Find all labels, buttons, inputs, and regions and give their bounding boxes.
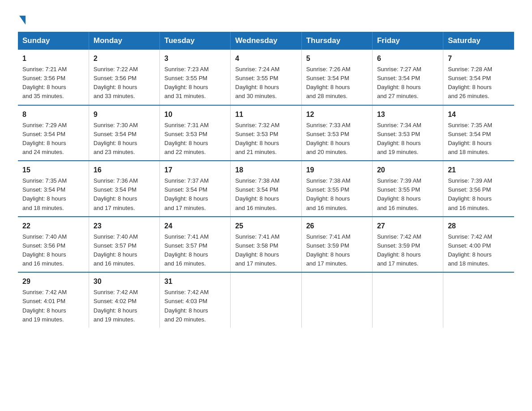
calendar-cell [372, 272, 443, 328]
day-info: Sunrise: 7:32 AM Sunset: 3:53 PM Dayligh… [235, 121, 296, 157]
day-number: 14 [448, 109, 510, 120]
day-number: 24 [164, 221, 226, 231]
day-info: Sunrise: 7:31 AM Sunset: 3:53 PM Dayligh… [164, 121, 226, 157]
calendar-cell: 22Sunrise: 7:40 AM Sunset: 3:56 PM Dayli… [18, 217, 89, 273]
day-number: 10 [164, 109, 226, 120]
day-number: 31 [164, 276, 226, 287]
day-info: Sunrise: 7:34 AM Sunset: 3:53 PM Dayligh… [377, 121, 438, 157]
day-number: 16 [94, 165, 155, 176]
calendar-cell: 19Sunrise: 7:38 AM Sunset: 3:55 PM Dayli… [301, 161, 372, 217]
calendar-cell: 9Sunrise: 7:30 AM Sunset: 3:54 PM Daylig… [89, 105, 159, 161]
day-info: Sunrise: 7:40 AM Sunset: 3:56 PM Dayligh… [22, 232, 84, 269]
day-number: 8 [22, 109, 84, 120]
day-info: Sunrise: 7:33 AM Sunset: 3:53 PM Dayligh… [306, 121, 368, 157]
day-info: Sunrise: 7:27 AM Sunset: 3:54 PM Dayligh… [377, 65, 438, 101]
day-number: 4 [235, 53, 296, 64]
day-number: 5 [306, 53, 368, 64]
day-info: Sunrise: 7:35 AM Sunset: 3:54 PM Dayligh… [448, 121, 510, 157]
day-info: Sunrise: 7:37 AM Sunset: 3:54 PM Dayligh… [164, 176, 226, 213]
day-info: Sunrise: 7:36 AM Sunset: 3:54 PM Dayligh… [94, 176, 155, 213]
calendar-cell: 26Sunrise: 7:41 AM Sunset: 3:59 PM Dayli… [301, 217, 372, 273]
day-number: 9 [94, 109, 155, 120]
calendar-cell: 11Sunrise: 7:32 AM Sunset: 3:53 PM Dayli… [231, 105, 301, 161]
calendar-cell: 15Sunrise: 7:35 AM Sunset: 3:54 PM Dayli… [18, 161, 89, 217]
header-cell-tuesday: Tuesday [160, 32, 231, 50]
day-info: Sunrise: 7:42 AM Sunset: 4:01 PM Dayligh… [22, 288, 84, 324]
day-info: Sunrise: 7:35 AM Sunset: 3:54 PM Dayligh… [22, 176, 84, 213]
calendar-cell [301, 272, 372, 328]
day-number: 15 [22, 165, 84, 176]
calendar-cell: 27Sunrise: 7:42 AM Sunset: 3:59 PM Dayli… [372, 217, 443, 273]
day-info: Sunrise: 7:42 AM Sunset: 4:02 PM Dayligh… [94, 288, 155, 324]
day-info: Sunrise: 7:41 AM Sunset: 3:58 PM Dayligh… [235, 232, 296, 269]
day-info: Sunrise: 7:22 AM Sunset: 3:56 PM Dayligh… [94, 65, 155, 101]
day-info: Sunrise: 7:23 AM Sunset: 3:55 PM Dayligh… [164, 65, 226, 101]
calendar-cell: 6Sunrise: 7:27 AM Sunset: 3:54 PM Daylig… [372, 50, 443, 105]
day-info: Sunrise: 7:21 AM Sunset: 3:56 PM Dayligh… [22, 65, 84, 101]
calendar-week-row: 8Sunrise: 7:29 AM Sunset: 3:54 PM Daylig… [18, 105, 514, 161]
day-number: 19 [306, 165, 368, 176]
day-info: Sunrise: 7:42 AM Sunset: 3:59 PM Dayligh… [377, 232, 438, 269]
header-cell-monday: Monday [89, 32, 159, 50]
calendar-cell: 1Sunrise: 7:21 AM Sunset: 3:56 PM Daylig… [18, 50, 89, 105]
day-info: Sunrise: 7:24 AM Sunset: 3:55 PM Dayligh… [235, 65, 296, 101]
day-info: Sunrise: 7:42 AM Sunset: 4:03 PM Dayligh… [164, 288, 226, 324]
calendar-cell: 18Sunrise: 7:38 AM Sunset: 3:54 PM Dayli… [231, 161, 301, 217]
calendar-week-row: 22Sunrise: 7:40 AM Sunset: 3:56 PM Dayli… [18, 217, 514, 273]
calendar-cell: 24Sunrise: 7:41 AM Sunset: 3:57 PM Dayli… [160, 217, 231, 273]
day-number: 29 [22, 276, 84, 287]
day-info: Sunrise: 7:41 AM Sunset: 3:59 PM Dayligh… [306, 232, 368, 269]
calendar-week-row: 15Sunrise: 7:35 AM Sunset: 3:54 PM Dayli… [18, 161, 514, 217]
day-info: Sunrise: 7:42 AM Sunset: 4:00 PM Dayligh… [448, 232, 510, 269]
calendar-table: SundayMondayTuesdayWednesdayThursdayFrid… [18, 32, 514, 328]
calendar-cell: 14Sunrise: 7:35 AM Sunset: 3:54 PM Dayli… [443, 105, 514, 161]
calendar-cell: 10Sunrise: 7:31 AM Sunset: 3:53 PM Dayli… [160, 105, 231, 161]
day-number: 23 [94, 221, 155, 231]
calendar-cell: 4Sunrise: 7:24 AM Sunset: 3:55 PM Daylig… [231, 50, 301, 105]
day-info: Sunrise: 7:26 AM Sunset: 3:54 PM Dayligh… [306, 65, 368, 101]
day-info: Sunrise: 7:30 AM Sunset: 3:54 PM Dayligh… [94, 121, 155, 157]
day-number: 30 [94, 276, 155, 287]
day-info: Sunrise: 7:28 AM Sunset: 3:54 PM Dayligh… [448, 65, 510, 101]
day-number: 22 [22, 221, 84, 231]
calendar-cell: 5Sunrise: 7:26 AM Sunset: 3:54 PM Daylig… [301, 50, 372, 105]
day-number: 7 [448, 53, 510, 64]
day-number: 1 [22, 53, 84, 64]
calendar-cell: 20Sunrise: 7:39 AM Sunset: 3:55 PM Dayli… [372, 161, 443, 217]
calendar-cell: 23Sunrise: 7:40 AM Sunset: 3:57 PM Dayli… [89, 217, 159, 273]
calendar-cell: 3Sunrise: 7:23 AM Sunset: 3:55 PM Daylig… [160, 50, 231, 105]
day-number: 27 [377, 221, 438, 231]
day-number: 21 [448, 165, 510, 176]
day-number: 2 [94, 53, 155, 64]
day-info: Sunrise: 7:39 AM Sunset: 3:56 PM Dayligh… [448, 176, 510, 213]
logo-arrow-icon [19, 16, 26, 25]
calendar-cell: 30Sunrise: 7:42 AM Sunset: 4:02 PM Dayli… [89, 272, 159, 328]
day-number: 3 [164, 53, 226, 64]
day-number: 20 [377, 165, 438, 176]
header-cell-friday: Friday [372, 32, 443, 50]
calendar-cell: 8Sunrise: 7:29 AM Sunset: 3:54 PM Daylig… [18, 105, 89, 161]
day-info: Sunrise: 7:41 AM Sunset: 3:57 PM Dayligh… [164, 232, 226, 269]
calendar-cell: 17Sunrise: 7:37 AM Sunset: 3:54 PM Dayli… [160, 161, 231, 217]
day-number: 26 [306, 221, 368, 231]
header-cell-saturday: Saturday [443, 32, 514, 50]
calendar-cell: 16Sunrise: 7:36 AM Sunset: 3:54 PM Dayli… [89, 161, 159, 217]
calendar-week-row: 1Sunrise: 7:21 AM Sunset: 3:56 PM Daylig… [18, 50, 514, 105]
calendar-cell: 13Sunrise: 7:34 AM Sunset: 3:53 PM Dayli… [372, 105, 443, 161]
page-header [18, 13, 514, 23]
day-info: Sunrise: 7:40 AM Sunset: 3:57 PM Dayligh… [94, 232, 155, 269]
calendar-cell: 7Sunrise: 7:28 AM Sunset: 3:54 PM Daylig… [443, 50, 514, 105]
day-number: 12 [306, 109, 368, 120]
calendar-header-row: SundayMondayTuesdayWednesdayThursdayFrid… [18, 32, 514, 50]
day-info: Sunrise: 7:29 AM Sunset: 3:54 PM Dayligh… [22, 121, 84, 157]
calendar-week-row: 29Sunrise: 7:42 AM Sunset: 4:01 PM Dayli… [18, 272, 514, 328]
day-number: 28 [448, 221, 510, 231]
calendar-cell: 31Sunrise: 7:42 AM Sunset: 4:03 PM Dayli… [160, 272, 231, 328]
calendar-cell: 28Sunrise: 7:42 AM Sunset: 4:00 PM Dayli… [443, 217, 514, 273]
day-number: 13 [377, 109, 438, 120]
day-info: Sunrise: 7:39 AM Sunset: 3:55 PM Dayligh… [377, 176, 438, 213]
day-number: 25 [235, 221, 296, 231]
day-number: 6 [377, 53, 438, 64]
calendar-cell: 29Sunrise: 7:42 AM Sunset: 4:01 PM Dayli… [18, 272, 89, 328]
calendar-cell [443, 272, 514, 328]
